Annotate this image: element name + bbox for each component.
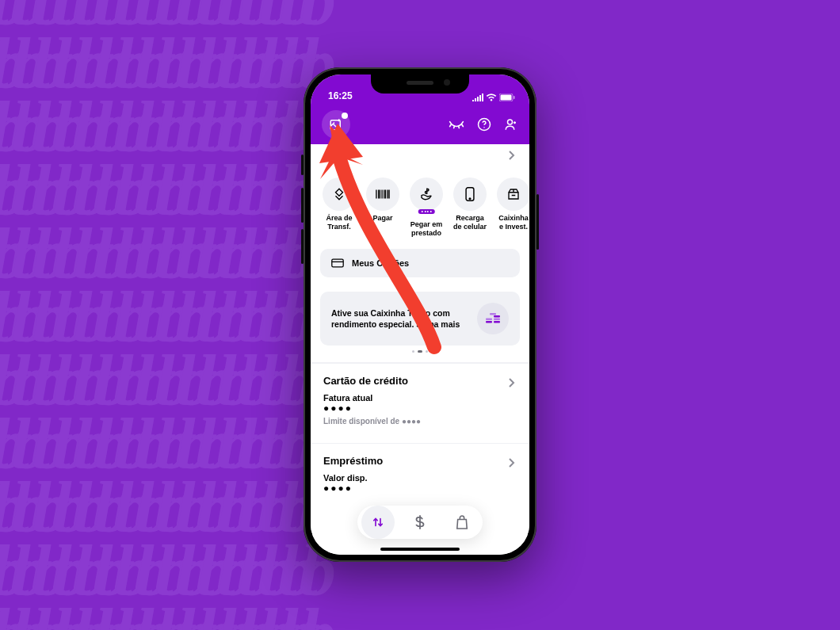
home-indicator	[380, 548, 460, 551]
shortcut-label: Recarga de celular	[449, 214, 491, 231]
shortcut-label: Pagar	[362, 214, 403, 231]
help-button[interactable]	[477, 117, 491, 132]
shortcut-pay[interactable]: Pagar	[362, 178, 403, 238]
promo-banner[interactable]: Ative sua Caixinha Turbo com rendimento …	[320, 292, 520, 346]
svg-rect-15	[494, 315, 500, 318]
chevron-right-icon	[507, 456, 515, 471]
wifi-icon	[486, 94, 497, 101]
card-icon	[331, 258, 344, 268]
svg-rect-12	[486, 319, 492, 321]
notification-dot-icon	[342, 113, 348, 119]
person-add-icon	[504, 117, 518, 132]
nav-transfers[interactable]	[361, 506, 395, 539]
account-row[interactable]	[311, 144, 529, 166]
masked-amount: ●●●●	[323, 404, 517, 412]
eye-closed-icon	[449, 119, 464, 130]
svg-point-4	[333, 122, 334, 124]
shopping-bag-icon	[456, 515, 468, 529]
svg-rect-1	[501, 95, 512, 101]
svg-rect-11	[486, 321, 492, 323]
section-title: Cartão de crédito	[323, 375, 517, 387]
shortcut-savings-invest[interactable]: Caixinha e Invest.	[493, 178, 529, 238]
svg-point-9	[469, 198, 471, 200]
svg-rect-10	[332, 259, 343, 267]
credit-card-section[interactable]: Cartão de crédito Fatura atual ●●●● Limi…	[311, 364, 529, 433]
my-cards-label: Meus Cartões	[352, 258, 409, 268]
app-content: Área de Transf. Pagar Pegar em prestado …	[311, 144, 529, 555]
loan-available-label: Valor disp.	[323, 473, 517, 483]
carousel-dots[interactable]	[311, 350, 529, 353]
svg-rect-14	[494, 319, 500, 321]
hand-money-icon	[419, 187, 433, 201]
battery-icon	[499, 94, 515, 101]
add-photo-icon	[329, 117, 343, 132]
status-time: 16:25	[328, 90, 353, 101]
svg-rect-13	[494, 321, 500, 323]
visibility-toggle-button[interactable]	[449, 119, 464, 130]
phone-icon	[464, 187, 475, 201]
nav-money[interactable]	[403, 506, 437, 539]
profile-button[interactable]	[322, 110, 350, 139]
chevron-right-icon	[507, 149, 515, 163]
limit-label: Limite disponível de ●●●●	[323, 417, 517, 426]
phone-screen: 16:25	[311, 74, 529, 555]
coins-stack-icon	[483, 310, 502, 327]
chevron-right-icon	[507, 376, 515, 391]
savings-box-icon	[506, 187, 521, 201]
shortcut-borrow[interactable]: Pegar em prestado	[406, 178, 447, 238]
my-cards-button[interactable]: Meus Cartões	[320, 249, 520, 277]
svg-rect-2	[514, 96, 515, 99]
arrows-up-down-icon	[371, 515, 385, 529]
invoice-label: Fatura atual	[323, 393, 517, 403]
pix-icon	[332, 187, 346, 201]
status-indicators	[472, 94, 515, 101]
promo-illustration	[477, 303, 509, 334]
masked-amount: ●●●●	[323, 484, 517, 492]
phone-frame: 16:25	[304, 67, 536, 562]
shortcut-transfer-area[interactable]: Área de Transf.	[319, 178, 360, 238]
svg-rect-16	[490, 313, 496, 315]
promo-text: Ative sua Caixinha Turbo com rendimento …	[331, 307, 471, 330]
phone-mute-switch	[301, 155, 304, 175]
shortcut-label: Pegar em prestado	[406, 220, 447, 238]
shortcut-label: Caixinha e Invest.	[493, 214, 529, 231]
phone-notch	[371, 74, 469, 94]
shortcut-label: Área de Transf.	[319, 214, 360, 231]
shortcuts-row[interactable]: Área de Transf. Pagar Pegar em prestado …	[311, 166, 529, 238]
phone-volume-down	[301, 229, 304, 264]
phone-volume-up	[301, 188, 304, 223]
dollar-icon	[414, 515, 426, 529]
barcode-icon	[376, 189, 390, 200]
svg-point-6	[483, 127, 485, 128]
phone-power-button	[536, 194, 539, 250]
svg-point-7	[508, 120, 513, 124]
nav-shopping[interactable]	[445, 506, 479, 539]
invite-button[interactable]	[504, 117, 518, 132]
section-title: Empréstimo	[323, 455, 517, 467]
bottom-nav	[357, 506, 483, 539]
help-icon	[477, 117, 491, 132]
signal-icon	[472, 94, 483, 101]
shortcut-recharge[interactable]: Recarga de celular	[449, 178, 491, 238]
new-badge-icon	[418, 209, 435, 214]
